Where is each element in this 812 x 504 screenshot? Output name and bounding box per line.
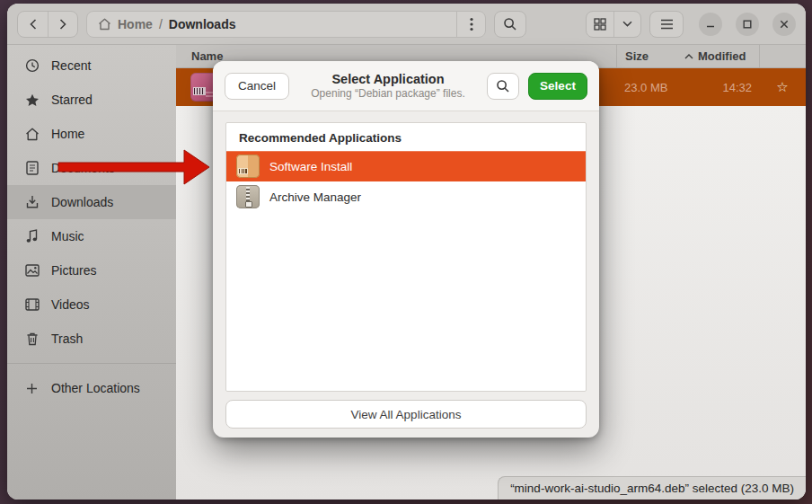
star-toggle-icon[interactable]: ☆ [759, 79, 806, 95]
sidebar-item-documents[interactable]: Documents [7, 151, 176, 185]
file-modified: 14:32 [679, 81, 759, 94]
search-button[interactable] [494, 11, 526, 38]
sort-ascending-icon [684, 54, 693, 59]
view-all-applications-button[interactable]: View All Applications [225, 400, 587, 429]
sidebar-item-pictures[interactable]: Pictures [7, 253, 176, 287]
sidebar-item-other-locations[interactable]: Other Locations [7, 371, 176, 405]
picture-icon [24, 264, 40, 277]
app-name: Software Install [269, 160, 352, 173]
sidebar-item-label: Other Locations [51, 381, 140, 395]
dialog-header: Cancel Select Application Opening “Debia… [213, 61, 599, 111]
forward-button[interactable] [48, 12, 77, 37]
dialog-title: Select Application [298, 71, 478, 87]
dialog-search-button[interactable] [487, 73, 519, 100]
home-icon [24, 128, 40, 141]
app-row-software-install[interactable]: Software Install [226, 151, 586, 181]
breadcrumb-current[interactable]: Downloads [169, 17, 236, 31]
home-icon [98, 18, 111, 31]
grid-view-button[interactable] [587, 12, 613, 37]
view-toggle-split-button [586, 11, 641, 38]
trash-icon [24, 332, 40, 346]
dialog-titlebox: Select Application Opening “Debian packa… [298, 71, 478, 101]
minimize-icon [706, 20, 715, 29]
sidebar-item-downloads[interactable]: Downloads [7, 185, 176, 219]
sidebar-item-label: Home [51, 127, 84, 141]
download-icon [24, 195, 40, 209]
dialog-subtitle: Opening “Debian package” files. [298, 87, 478, 101]
app-list: Recommended Applications Software Instal… [225, 122, 587, 392]
grid-view-icon [594, 18, 606, 31]
kebab-menu-icon [470, 17, 473, 31]
breadcrumb-home[interactable]: Home [118, 17, 153, 31]
column-header-size[interactable]: Size [616, 45, 679, 67]
headerbar: Home / Downloads [7, 4, 806, 45]
sidebar-item-label: Music [51, 229, 84, 243]
sidebar-item-label: Recent [51, 58, 91, 73]
cancel-button[interactable]: Cancel [225, 73, 289, 100]
app-list-header: Recommended Applications [226, 123, 586, 151]
dialog-body: Recommended Applications Software Instal… [213, 111, 599, 438]
location-menu-button[interactable] [456, 12, 485, 37]
status-bar: “mind-work-ai-studio_arm64.deb” selected… [498, 476, 806, 500]
archive-manager-icon [236, 185, 260, 208]
hamburger-menu-icon [660, 19, 674, 30]
search-icon [496, 79, 510, 93]
document-icon [24, 161, 40, 175]
sidebar-item-videos[interactable]: Videos [7, 287, 176, 322]
file-size: 23.0 MB [616, 81, 679, 94]
star-icon [24, 93, 40, 107]
app-name: Archive Manager [269, 190, 361, 204]
breadcrumb: Home / Downloads [86, 11, 486, 38]
chevron-right-icon [59, 19, 66, 30]
sidebar-item-label: Trash [51, 332, 83, 346]
sidebar-item-music[interactable]: Music [7, 219, 176, 253]
sidebar-item-label: Videos [51, 297, 90, 312]
column-header-star[interactable] [759, 45, 806, 67]
select-button[interactable]: Select [528, 73, 587, 100]
close-icon [780, 20, 789, 29]
chevron-down-icon [622, 21, 632, 27]
sidebar-item-recent[interactable]: Recent [7, 49, 176, 83]
video-icon [24, 298, 40, 311]
maximize-button[interactable] [736, 13, 759, 36]
view-options-dropdown[interactable] [613, 12, 641, 37]
sidebar-item-label: Pictures [51, 263, 97, 278]
sidebar-item-label: Documents [51, 161, 115, 175]
music-note-icon [24, 229, 40, 243]
close-button[interactable] [772, 13, 796, 36]
app-row-archive-manager[interactable]: Archive Manager [226, 181, 586, 212]
sidebar-item-label: Starred [51, 93, 93, 107]
column-header-modified[interactable]: Modified [679, 45, 759, 67]
select-application-dialog: Cancel Select Application Opening “Debia… [213, 61, 599, 438]
history-nav-group [17, 11, 78, 38]
plus-icon [24, 383, 40, 394]
clock-icon [24, 58, 40, 73]
chevron-left-icon [30, 19, 37, 30]
file-manager-window: Home / Downloads [7, 4, 806, 500]
sidebar-item-trash[interactable]: Trash [7, 322, 176, 356]
minimize-button[interactable] [699, 13, 722, 36]
software-install-icon [236, 155, 260, 178]
sidebar-item-starred[interactable]: Starred [7, 83, 176, 117]
sidebar-separator [7, 363, 176, 364]
maximize-icon [743, 20, 752, 29]
back-button[interactable] [18, 12, 48, 37]
search-icon [503, 17, 517, 31]
sidebar-item-label: Downloads [51, 195, 113, 209]
status-text: “mind-work-ai-studio_arm64.deb” selected… [510, 482, 794, 495]
sidebar-item-home[interactable]: Home [7, 117, 176, 151]
sidebar: Recent Starred Home Documents Downloads … [7, 45, 176, 500]
breadcrumb-separator: / [159, 17, 163, 31]
window-controls [699, 13, 796, 36]
main-menu-button[interactable] [649, 11, 684, 38]
